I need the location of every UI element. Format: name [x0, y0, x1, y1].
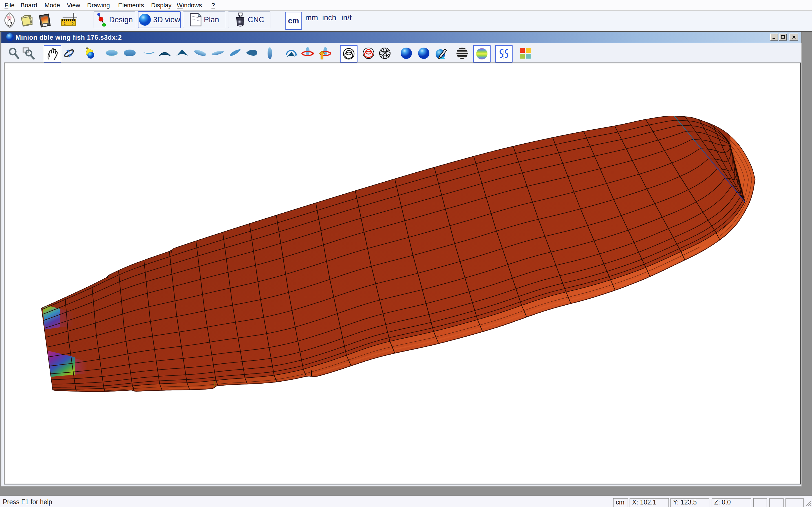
svg-text:1: 1 — [64, 22, 66, 25]
svg-text:0: 0 — [71, 22, 73, 25]
